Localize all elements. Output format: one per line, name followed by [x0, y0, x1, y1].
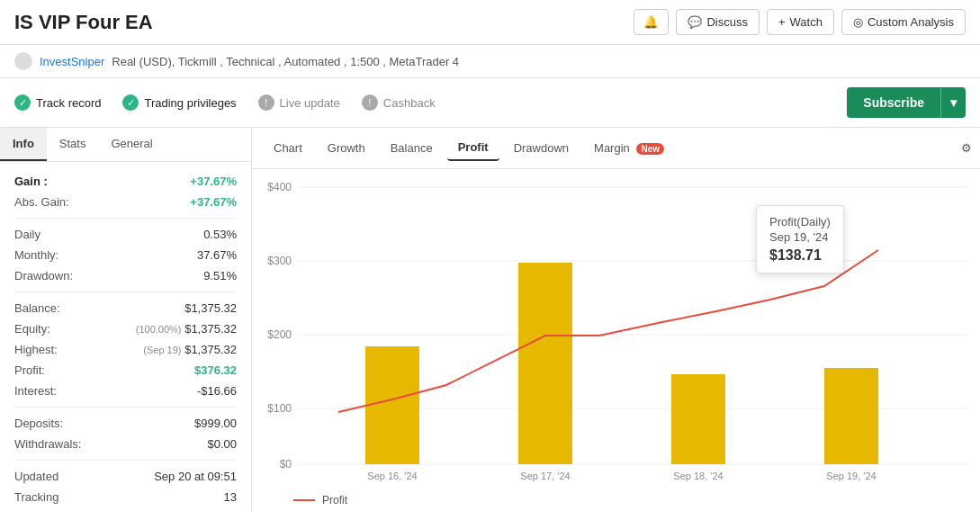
bell-icon: 🔔 [643, 15, 659, 29]
stat-daily: Daily 0.53% [14, 224, 237, 245]
filter-icon[interactable]: ⚙ [961, 141, 972, 155]
username-link[interactable]: InvestSniper [40, 55, 104, 68]
svg-text:$300: $300 [267, 255, 292, 267]
stat-interest: Interest: -$16.66 [14, 381, 237, 401]
custom-analysis-button[interactable]: ◎ Custom Analysis [841, 9, 966, 35]
tooltip-title: Profit(Daily) [769, 215, 831, 229]
profit-chart: $400 $300 $200 $100 $0 [266, 178, 968, 484]
info-icon-cashback: ! [362, 94, 378, 111]
bar-sep16 [365, 346, 419, 464]
stat-gain: Gain : +37.67% [14, 171, 237, 192]
badge-live-update: ! Live update [258, 94, 340, 111]
stat-updated: Updated Sep 20 at 09:51 [14, 466, 237, 487]
chart-tabs-row: Chart Growth Balance Profit Drawdown Mar… [252, 128, 980, 169]
subscribe-arrow-icon[interactable]: ▾ [940, 87, 966, 118]
tab-info[interactable]: Info [0, 128, 47, 161]
stat-highest: Highest: (Sep 19) $1,375.32 [14, 339, 237, 360]
chart-tab-margin[interactable]: Margin New [583, 136, 675, 160]
subtitle-row: InvestSniper Real (USD), Tickmill , Tech… [0, 45, 980, 78]
stat-deposits: Deposits: $999.00 [14, 413, 237, 434]
chart-tab-chart[interactable]: Chart [263, 136, 313, 160]
chart-area: $400 $300 $200 $100 $0 [252, 169, 980, 511]
legend-line-profit [293, 499, 315, 501]
main-content: Info Stats General Gain : +37.67% Abs. G… [0, 128, 980, 511]
svg-text:$0: $0 [280, 458, 292, 471]
chart-tab-profit[interactable]: Profit [447, 135, 499, 161]
chart-icon: ◎ [853, 15, 863, 29]
stat-monthly: Monthly: 37.67% [14, 245, 237, 265]
chart-tab-growth[interactable]: Growth [317, 136, 376, 160]
svg-text:Sep 17, '24: Sep 17, '24 [520, 471, 570, 481]
plus-icon: + [778, 15, 786, 29]
stat-withdrawals: Withdrawals: $0.00 [14, 434, 237, 454]
svg-text:$400: $400 [267, 181, 292, 193]
bar-sep18 [671, 374, 725, 464]
stat-profit: Profit: $376.32 [14, 360, 237, 381]
new-badge: New [636, 143, 664, 155]
bar-sep17 [518, 263, 572, 464]
svg-text:Sep 16, '24: Sep 16, '24 [367, 471, 417, 481]
badge-trading-privileges: ✓ Trading privileges [122, 94, 236, 111]
chart-tab-drawdown[interactable]: Drawdown [503, 136, 580, 160]
svg-text:$200: $200 [267, 328, 292, 341]
stats-table: Gain : +37.67% Abs. Gain: +37.67% Daily … [0, 162, 251, 511]
legend-label-profit: Profit [322, 494, 347, 507]
header-actions: 🔔 💬 Discuss + Watch ◎ Custom Analysis [634, 9, 966, 35]
check-icon-trading: ✓ [122, 94, 139, 111]
tab-general[interactable]: General [98, 128, 165, 161]
badges-row: ✓ Track record ✓ Trading privileges ! Li… [0, 78, 980, 128]
page-title: IS VIP Four EA [14, 11, 153, 34]
right-panel: Chart Growth Balance Profit Drawdown Mar… [252, 128, 980, 511]
bar-sep19 [824, 368, 878, 464]
page-header: IS VIP Four EA 🔔 💬 Discuss + Watch ◎ Cus… [0, 0, 980, 45]
left-panel: Info Stats General Gain : +37.67% Abs. G… [0, 128, 252, 511]
check-icon-track: ✓ [14, 94, 31, 111]
badge-cashback: ! Cashback [362, 94, 436, 111]
avatar [14, 52, 32, 70]
subscribe-button[interactable]: Subscribe ▾ [847, 87, 966, 118]
badge-track-record: ✓ Track record [14, 94, 101, 111]
stat-tracking: Tracking 13 [14, 487, 237, 507]
chart-tooltip: Profit(Daily) Sep 19, '24 $138.71 [756, 205, 844, 273]
chart-legend: Profit [266, 494, 968, 507]
stat-abs-gain: Abs. Gain: +37.67% [14, 192, 237, 212]
svg-text:Sep 19, '24: Sep 19, '24 [826, 471, 876, 481]
discuss-button[interactable]: 💬 Discuss [676, 9, 760, 35]
bell-button[interactable]: 🔔 [634, 9, 669, 35]
tooltip-date: Sep 19, '24 [769, 230, 831, 244]
subtitle-details: Real (USD), Tickmill , Technical , Autom… [112, 55, 459, 68]
left-tabs: Info Stats General [0, 128, 251, 162]
svg-text:Sep 18, '24: Sep 18, '24 [673, 471, 723, 481]
watch-button[interactable]: + Watch [767, 9, 834, 35]
stat-drawdown: Drawdown: 9.51% [14, 265, 237, 286]
tab-stats[interactable]: Stats [47, 128, 99, 161]
stat-equity: Equity: (100.00%) $1,375.32 [14, 318, 237, 339]
chart-tab-balance[interactable]: Balance [380, 136, 444, 160]
svg-text:$100: $100 [267, 402, 292, 415]
info-icon-live: ! [258, 94, 274, 111]
tooltip-value: $138.71 [769, 247, 831, 264]
discuss-icon: 💬 [688, 15, 702, 29]
stat-balance: Balance: $1,375.32 [14, 298, 237, 318]
